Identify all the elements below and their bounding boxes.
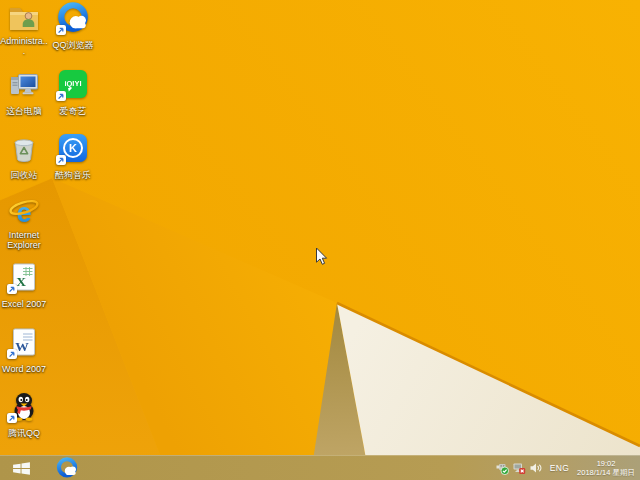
desktop-icon-internet-explorer[interactable]: e Internet Explorer [0,196,48,252]
qq-browser-icon [56,457,78,479]
desktop-icon-label: 酷狗音乐 [55,170,91,180]
desktop-icon-label: Internet Explorer [0,230,48,250]
clock-time: 19:02 [577,459,635,468]
svg-text:W: W [15,339,29,354]
excel-icon: X [8,261,40,293]
desktop-icon-label: Administra... [0,36,48,56]
desktop-icon-iqiyi[interactable]: iQIYI 爱奇艺 [49,68,97,118]
desktop-icon-word-2007[interactable]: W Word 2007 [0,326,48,376]
shortcut-arrow-icon [7,349,17,359]
desktop-icon-label: Word 2007 [2,364,46,374]
desktop-icon-this-pc[interactable]: 这台电脑 [0,68,48,118]
network-disconnected-icon[interactable] [512,461,526,475]
iqiyi-icon: iQIYI [57,68,89,100]
svg-text:X: X [16,274,26,289]
svg-text:iQIYI: iQIYI [64,79,81,88]
svg-text:K: K [69,142,77,154]
usb-safely-remove-icon[interactable] [495,461,509,475]
recycle-bin-icon [8,132,40,164]
user-folder-icon [8,2,40,34]
qq-browser-icon [57,2,89,34]
word-icon: W [8,326,40,358]
internet-explorer-icon: e [8,196,40,228]
mouse-cursor [315,247,328,266]
clock-date: 2018/1/14 星期日 [577,468,635,477]
shortcut-arrow-icon [56,25,66,35]
system-tray: ENG 19:02 2018/1/14 星期日 [495,456,640,480]
desktop-icon-tencent-qq[interactable]: 腾讯QQ [0,390,48,440]
desktop-icon-label: 腾讯QQ [8,428,40,438]
desktop-icon-label: QQ浏览器 [52,40,93,50]
desktop-icon-label: Excel 2007 [2,299,47,309]
desktop-icon-label: 爱奇艺 [60,106,87,116]
shortcut-arrow-icon [56,155,66,165]
desktop[interactable]: Administra... QQ浏览器 [0,0,640,480]
desktop-icon-administrator[interactable]: Administra... [0,2,48,58]
desktop-icon-label: 这台电脑 [6,106,42,116]
desktop-icon-excel-2007[interactable]: X Excel 2007 [0,261,48,311]
this-pc-icon [8,68,40,100]
desktop-icon-kugou-music[interactable]: K 酷狗音乐 [49,132,97,182]
shortcut-arrow-icon [7,284,17,294]
desktop-icon-qq-browser[interactable]: QQ浏览器 [49,2,97,52]
kugou-music-icon: K [57,132,89,164]
taskbar-clock[interactable]: 19:02 2018/1/14 星期日 [577,459,635,477]
desktop-icon-label: 回收站 [11,170,38,180]
language-indicator[interactable]: ENG [550,463,569,473]
desktop-icon-recycle-bin[interactable]: 回收站 [0,132,48,182]
volume-icon[interactable] [529,461,543,475]
shortcut-arrow-icon [56,91,66,101]
taskbar: ENG 19:02 2018/1/14 星期日 [0,455,640,480]
taskbar-pinned-qq-browser[interactable] [50,456,84,480]
start-button[interactable] [0,456,42,480]
shortcut-arrow-icon [7,413,17,423]
tencent-qq-icon [8,390,40,422]
windows-logo-icon [12,461,31,476]
